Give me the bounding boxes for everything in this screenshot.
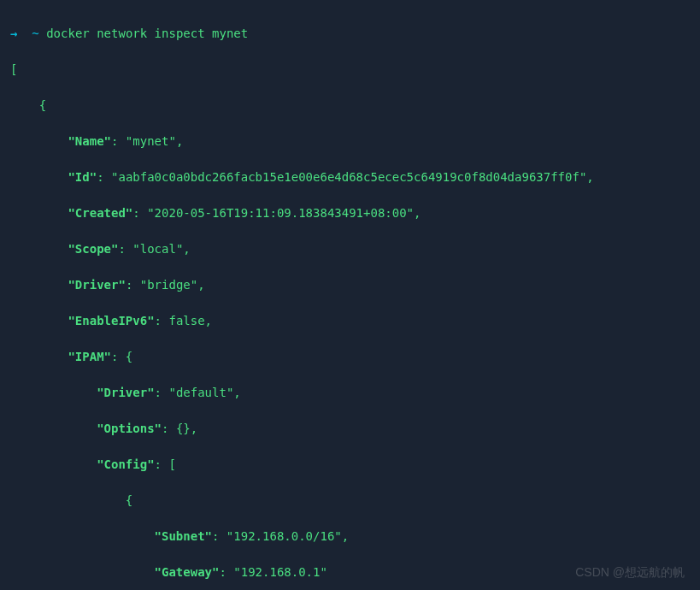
command-text: docker network inspect mynet bbox=[46, 27, 248, 40]
prompt-tilde: ~ bbox=[32, 27, 38, 40]
json-row-ipam-options: "Options": {}, bbox=[10, 420, 690, 438]
prompt-line[interactable]: → ~ docker network inspect mynet bbox=[10, 25, 690, 43]
json-row-id: "Id": "aabfa0c0a0bdc266facb15e1e00e6e4d6… bbox=[10, 168, 690, 186]
json-row-name: "Name": "mynet", bbox=[10, 133, 690, 150]
json-row-ipam-driver: "Driver": "default", bbox=[10, 384, 690, 402]
json-row-scope: "Scope": "local", bbox=[10, 240, 690, 258]
prompt-arrow-icon: → bbox=[10, 27, 17, 40]
json-row-ipam: "IPAM": { bbox=[10, 348, 690, 366]
json-row-enableipv6: "EnableIPv6": false, bbox=[10, 312, 690, 330]
json-row-created: "Created": "2020-05-16T19:11:09.18384349… bbox=[10, 204, 690, 222]
json-brace: { bbox=[10, 492, 690, 510]
json-row-ipam-config: "Config": [ bbox=[10, 456, 690, 474]
watermark-text: CSDN @想远航的帆 bbox=[575, 563, 685, 581]
json-brace: { bbox=[10, 97, 690, 115]
terminal-output: → ~ docker network inspect mynet [ { "Na… bbox=[10, 7, 690, 590]
json-bracket: [ bbox=[10, 61, 690, 79]
json-row-subnet: "Subnet": "192.168.0.0/16", bbox=[10, 528, 690, 546]
json-row-driver: "Driver": "bridge", bbox=[10, 276, 690, 294]
